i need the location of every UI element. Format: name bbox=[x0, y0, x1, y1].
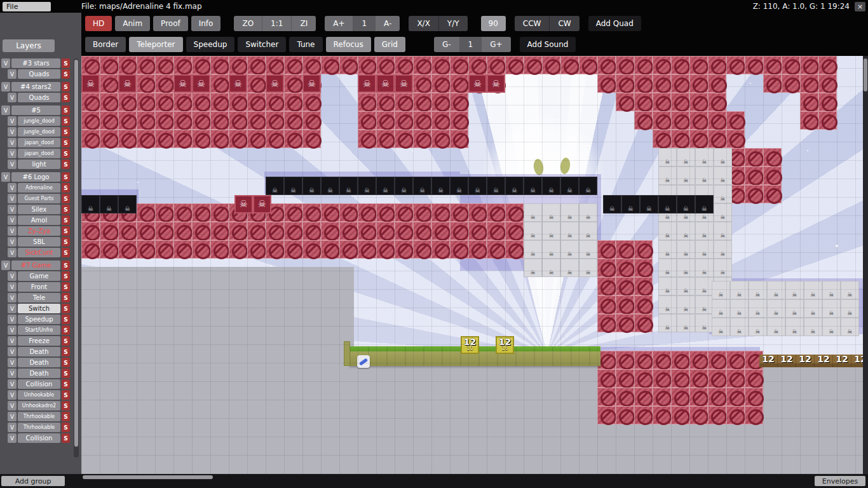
layer-name-button[interactable]: SBL bbox=[18, 237, 60, 247]
visibility-toggle[interactable]: V bbox=[8, 215, 17, 225]
visibility-toggle[interactable]: V bbox=[8, 69, 17, 79]
canvas-horizontal-scrollbar-thumb[interactable] bbox=[83, 475, 213, 479]
visibility-toggle[interactable]: V bbox=[8, 379, 17, 389]
layer-s-button[interactable]: S bbox=[62, 412, 70, 421]
layer-s-button[interactable]: S bbox=[62, 401, 70, 410]
layer-s-button[interactable]: S bbox=[62, 325, 70, 335]
group-name-button[interactable]: #3 stars bbox=[11, 58, 60, 68]
layer-name-button[interactable]: Death bbox=[18, 358, 60, 367]
layer-s-button[interactable]: S bbox=[62, 379, 70, 389]
add-sound-button[interactable]: Add Sound bbox=[520, 37, 576, 52]
visibility-toggle[interactable]: V bbox=[8, 325, 17, 335]
layer-name-button[interactable]: Quads bbox=[18, 93, 60, 102]
visibility-toggle[interactable]: V bbox=[8, 358, 17, 367]
visibility-toggle[interactable]: V bbox=[8, 271, 17, 281]
layer-s-button[interactable]: S bbox=[62, 293, 70, 302]
visibility-toggle[interactable]: V bbox=[8, 347, 17, 356]
close-icon[interactable]: × bbox=[855, 2, 865, 11]
visibility-toggle[interactable]: V bbox=[8, 390, 17, 400]
layer-s-button[interactable]: S bbox=[62, 105, 70, 115]
visibility-toggle[interactable]: V bbox=[8, 138, 17, 147]
layer-s-button[interactable]: S bbox=[62, 205, 70, 214]
layer-s-button[interactable]: S bbox=[62, 226, 70, 236]
visibility-toggle[interactable]: V bbox=[1, 172, 10, 182]
visibility-toggle[interactable]: V bbox=[8, 369, 17, 378]
visibility-toggle[interactable]: V bbox=[1, 261, 10, 270]
visibility-toggle[interactable]: V bbox=[8, 159, 17, 169]
layer-name-button[interactable]: Switch bbox=[18, 304, 60, 313]
layer-name-button[interactable]: Collision bbox=[18, 433, 60, 443]
visibility-toggle[interactable]: V bbox=[8, 293, 17, 302]
layer-s-button[interactable]: S bbox=[62, 127, 70, 137]
visibility-toggle[interactable]: V bbox=[8, 248, 17, 257]
layer-s-button[interactable]: S bbox=[62, 172, 70, 182]
envelopes-button[interactable]: Envelopes bbox=[815, 476, 865, 486]
anim-speed-value[interactable]: 1 bbox=[353, 16, 376, 31]
layer-name-button[interactable]: japan_dood bbox=[18, 138, 60, 147]
zoom-out-button[interactable]: ZO bbox=[234, 16, 262, 31]
layer-s-button[interactable]: S bbox=[62, 369, 70, 378]
visibility-toggle[interactable]: V bbox=[8, 183, 17, 193]
layer-name-button[interactable]: Adrenaline bbox=[18, 183, 60, 193]
group-name-button[interactable]: #7 Game bbox=[11, 261, 60, 270]
flip-y-button[interactable]: Y/Y bbox=[439, 16, 468, 31]
visibility-toggle[interactable]: V bbox=[8, 226, 17, 236]
anim-speed-decrease-button[interactable]: A- bbox=[376, 16, 400, 31]
grid-factor-value[interactable]: 1 bbox=[460, 37, 482, 52]
layer-s-button[interactable]: S bbox=[62, 248, 70, 257]
speedup-button[interactable]: Speedup bbox=[186, 37, 235, 52]
layer-s-button[interactable]: S bbox=[62, 423, 70, 432]
map-canvas[interactable]: ☠☠☠☠☠☠☠☠☠☠☠☠☠☠☠☠☠☠☠☠☠☠☠☠☠☠☠☠☠☠☠☠☠☠☠☠☠☠☠☠… bbox=[81, 56, 863, 474]
layer-name-button[interactable]: jungle_dood bbox=[18, 127, 60, 137]
grid-decrease-button[interactable]: G- bbox=[434, 37, 460, 52]
layer-s-button[interactable]: S bbox=[62, 138, 70, 147]
rotate-amount-value[interactable]: 90 bbox=[481, 16, 506, 31]
visibility-toggle[interactable]: V bbox=[8, 304, 17, 313]
layer-name-button[interactable]: light bbox=[18, 159, 60, 169]
hd-button[interactable]: HD bbox=[85, 16, 112, 31]
layer-s-button[interactable]: S bbox=[62, 390, 70, 400]
group-name-button[interactable]: #5 bbox=[11, 105, 60, 115]
layer-s-button[interactable]: S bbox=[62, 82, 70, 92]
layer-name-button[interactable]: SickCunt bbox=[18, 248, 60, 257]
layer-name-button[interactable]: Collision bbox=[18, 379, 60, 389]
visibility-toggle[interactable]: V bbox=[8, 423, 17, 432]
visibility-toggle[interactable]: V bbox=[8, 282, 17, 292]
grid-button[interactable]: Grid bbox=[374, 37, 405, 52]
visibility-toggle[interactable]: V bbox=[8, 336, 17, 346]
layer-s-button[interactable]: S bbox=[62, 149, 70, 158]
layer-s-button[interactable]: S bbox=[62, 282, 70, 292]
teleporter-button[interactable]: Teleporter bbox=[129, 37, 182, 52]
canvas-vertical-scrollbar[interactable] bbox=[863, 56, 868, 474]
visibility-toggle[interactable]: V bbox=[8, 412, 17, 421]
layer-s-button[interactable]: S bbox=[62, 315, 70, 324]
layer-s-button[interactable]: S bbox=[62, 347, 70, 356]
zoom-in-button[interactable]: ZI bbox=[292, 16, 316, 31]
layer-name-button[interactable]: japan_dood bbox=[18, 149, 60, 158]
layer-s-button[interactable]: S bbox=[62, 116, 70, 126]
visibility-toggle[interactable]: V bbox=[8, 127, 17, 137]
layer-name-button[interactable]: Freeze bbox=[18, 336, 60, 346]
layer-name-button[interactable]: Unhookadre2 bbox=[18, 401, 60, 410]
grid-increase-button[interactable]: G+ bbox=[482, 37, 510, 52]
anim-speed-increase-button[interactable]: A+ bbox=[325, 16, 353, 31]
tune-button[interactable]: Tune bbox=[289, 37, 322, 52]
layer-name-button[interactable]: Zy-Zya bbox=[18, 226, 60, 236]
sidebar-scrollbar-thumb[interactable] bbox=[74, 60, 78, 447]
layer-s-button[interactable]: S bbox=[62, 215, 70, 225]
visibility-toggle[interactable]: V bbox=[8, 93, 17, 102]
layer-name-button[interactable]: Death bbox=[18, 369, 60, 378]
layer-name-button[interactable]: Silex bbox=[18, 205, 60, 214]
rotate-cw-button[interactable]: CW bbox=[550, 16, 579, 31]
layer-s-button[interactable]: S bbox=[62, 271, 70, 281]
rotate-ccw-button[interactable]: CCW bbox=[515, 16, 550, 31]
layer-name-button[interactable]: Thrhookable bbox=[18, 412, 60, 421]
layer-name-button[interactable]: Thrhookable bbox=[18, 423, 60, 432]
proof-button[interactable]: Proof bbox=[153, 16, 188, 31]
layer-name-button[interactable]: Tele bbox=[18, 293, 60, 302]
zoom-1to1-button[interactable]: 1:1 bbox=[262, 16, 292, 31]
sidebar-scrollbar[interactable] bbox=[74, 58, 79, 458]
layer-name-button[interactable]: Quads bbox=[18, 69, 60, 79]
layer-name-button[interactable]: Game bbox=[18, 271, 60, 281]
layer-name-button[interactable]: jungle_dood bbox=[18, 116, 60, 126]
